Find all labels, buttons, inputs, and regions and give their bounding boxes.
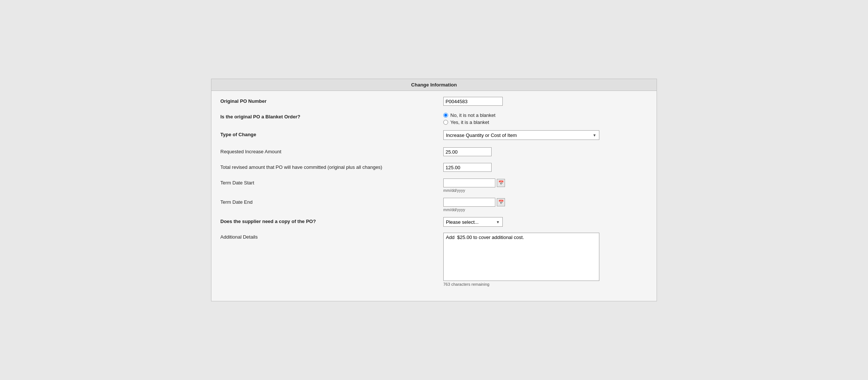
term-date-start-format: mm/dd/yyyy	[443, 188, 648, 193]
type-of-change-select[interactable]: Increase Quantity or Cost of Item Decrea…	[443, 130, 599, 140]
total-revised-row: Total revised amount that PO will have c…	[220, 163, 648, 173]
supplier-copy-wrapper: Please select... Yes No	[443, 217, 503, 227]
blanket-no-option[interactable]: No, it is not a blanket	[443, 112, 648, 118]
original-po-row: Original PO Number	[220, 97, 648, 107]
additional-details-row: Additional Details 763 characters remain…	[220, 233, 648, 286]
term-date-start-row: Term Date Start 📅 mm/dd/yyyy	[220, 178, 648, 193]
blanket-no-radio[interactable]	[443, 113, 448, 118]
total-revised-control	[443, 163, 648, 172]
supplier-copy-row: Does the supplier need a copy of the PO?…	[220, 217, 648, 227]
blanket-no-label: No, it is not a blanket	[450, 112, 495, 118]
type-of-change-control: Increase Quantity or Cost of Item Decrea…	[443, 130, 648, 140]
blanket-order-label: Is the original PO a Blanket Order?	[220, 112, 443, 119]
blanket-yes-radio[interactable]	[443, 120, 448, 125]
requested-increase-label: Requested Increase Amount	[220, 147, 443, 154]
term-date-start-wrapper: 📅	[443, 178, 648, 187]
term-date-start-calendar-button[interactable]: 📅	[497, 179, 505, 187]
term-date-start-label: Term Date Start	[220, 178, 443, 186]
additional-details-label: Additional Details	[220, 233, 443, 240]
requested-increase-input[interactable]	[443, 147, 492, 156]
blanket-order-row: Is the original PO a Blanket Order? No, …	[220, 112, 648, 125]
supplier-copy-control: Please select... Yes No	[443, 217, 648, 227]
additional-details-textarea[interactable]	[443, 233, 599, 281]
term-date-end-label: Term Date End	[220, 198, 443, 205]
change-information-form: Change Information Original PO Number Is…	[211, 79, 657, 301]
original-po-label: Original PO Number	[220, 97, 443, 104]
form-body: Original PO Number Is the original PO a …	[211, 91, 657, 298]
term-date-end-input[interactable]	[443, 198, 495, 207]
blanket-radio-group: No, it is not a blanket Yes, it is a bla…	[443, 112, 648, 125]
blanket-order-control: No, it is not a blanket Yes, it is a bla…	[443, 112, 648, 125]
term-date-end-format: mm/dd/yyyy	[443, 207, 648, 212]
char-remaining: 763 characters remaining	[443, 282, 648, 286]
calendar-icon-end: 📅	[498, 200, 504, 205]
supplier-copy-label: Does the supplier need a copy of the PO?	[220, 217, 443, 224]
original-po-control	[443, 97, 648, 106]
term-date-start-control: 📅 mm/dd/yyyy	[443, 178, 648, 193]
type-of-change-row: Type of Change Increase Quantity or Cost…	[220, 130, 648, 141]
type-of-change-label: Type of Change	[220, 130, 443, 137]
total-revised-label: Total revised amount that PO will have c…	[220, 163, 443, 170]
form-header: Change Information	[211, 79, 657, 91]
term-date-start-input[interactable]	[443, 178, 495, 187]
additional-details-control: 763 characters remaining	[443, 233, 648, 286]
term-date-end-control: 📅 mm/dd/yyyy	[443, 198, 648, 212]
requested-increase-row: Requested Increase Amount	[220, 147, 648, 158]
supplier-copy-select[interactable]: Please select... Yes No	[443, 217, 503, 227]
original-po-input[interactable]	[443, 97, 503, 106]
term-date-end-row: Term Date End 📅 mm/dd/yyyy	[220, 198, 648, 212]
requested-increase-control	[443, 147, 648, 156]
term-date-end-wrapper: 📅	[443, 198, 648, 207]
blanket-yes-option[interactable]: Yes, it is a blanket	[443, 119, 648, 125]
blanket-yes-label: Yes, it is a blanket	[450, 119, 489, 125]
form-title: Change Information	[411, 82, 457, 88]
term-date-end-calendar-button[interactable]: 📅	[497, 198, 505, 206]
type-of-change-wrapper: Increase Quantity or Cost of Item Decrea…	[443, 130, 599, 140]
total-revised-input[interactable]	[443, 163, 492, 172]
calendar-icon: 📅	[498, 180, 504, 186]
